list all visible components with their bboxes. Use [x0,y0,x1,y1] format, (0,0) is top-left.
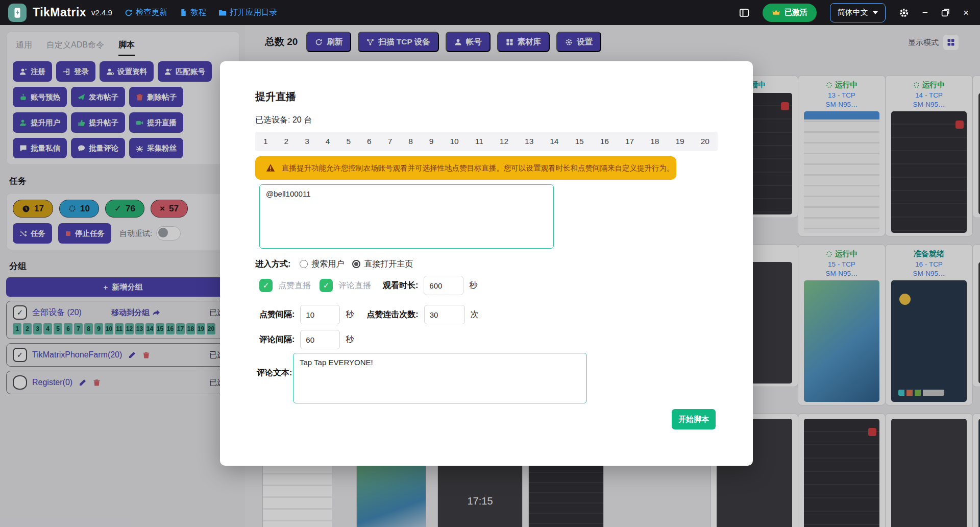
settings-gear-icon[interactable] [899,8,909,18]
boost-live-modal: 提升直播 已选设备: 20 台 123456789101112131415161… [220,61,753,466]
modal-title: 提升直播 [255,90,296,104]
like-interval-label: 点赞间隔: [259,309,295,320]
entry-mode-row: 进入方式: 搜索用户 直接打开主页 [255,258,413,270]
like-live-checkbox[interactable]: ✓ [259,279,273,292]
activated-badge[interactable]: 已激活 [763,4,817,22]
like-comment-row: ✓ 点赞直播 ✓ 评论直播 观看时长: 秒 [259,276,477,295]
device-number[interactable]: 1 [263,137,268,146]
activated-label: 已激活 [785,8,807,17]
comment-text-textarea[interactable]: Tap Tap EVERYONE! [293,353,587,403]
watch-duration-input[interactable] [424,276,463,295]
app-name: TikMatrix [33,6,86,19]
open-app-dir-link[interactable]: 打开应用目录 [218,7,277,18]
tutorial-link[interactable]: 教程 [180,7,206,18]
like-combo-unit: 次 [471,309,479,320]
crown-icon [772,9,780,16]
language-select[interactable]: 简体中文 [830,3,886,22]
chevron-down-icon [873,11,878,14]
minimize-button[interactable]: − [922,8,928,17]
warning-icon [265,163,276,173]
device-number-strip: 1234567891011121314151617181920 [255,132,718,151]
device-number[interactable]: 20 [701,137,709,146]
comment-interval-unit: 秒 [346,334,354,345]
device-number[interactable]: 2 [284,137,289,146]
device-number[interactable]: 18 [650,137,659,146]
comment-interval-row: 评论间隔: 秒 [259,330,354,349]
folder-icon [218,9,227,17]
comment-live-checkbox[interactable]: ✓ [320,279,333,292]
entry-mode-label: 进入方式: [255,259,290,270]
close-button[interactable]: × [963,8,969,17]
titlebar: TikMatrix v2.4.9 检查更新 教程 打开应用目录 已激活 简体中文… [0,0,980,25]
app-version: v2.4.9 [91,8,112,17]
warning-text: 直播提升功能允许您控制农场账号观看并可选择性地点赞目标直播。您可以设置观看时长和… [282,163,674,173]
device-number[interactable]: 8 [408,137,413,146]
check-update-label: 检查更新 [136,7,167,18]
comment-live-label: 评论直播 [338,280,371,291]
radio-search-user[interactable] [300,260,308,268]
target-user-textarea[interactable]: @bell100011 [259,184,554,249]
device-number[interactable]: 9 [429,137,434,146]
like-combo-label: 点赞连击次数: [366,309,418,320]
like-interval-input[interactable] [300,305,340,324]
app-logo-icon [8,4,27,22]
tutorial-label: 教程 [190,7,206,18]
language-label: 简体中文 [838,8,868,17]
device-number[interactable]: 19 [675,137,684,146]
comment-interval-input[interactable] [300,330,340,349]
like-combo-input[interactable] [424,305,465,324]
watch-duration-label: 观看时长: [383,280,418,291]
radio-search-user-label: 搜索用户 [311,259,344,270]
device-number[interactable]: 15 [575,137,583,146]
refresh-icon [125,9,133,17]
device-number[interactable]: 16 [600,137,609,146]
like-interval-row: 点赞间隔: 秒 点赞连击次数: 次 [259,305,479,324]
start-script-button[interactable]: 开始脚本 [672,409,716,429]
device-number[interactable]: 10 [450,137,458,146]
comment-text-label: 评论文本: [257,368,292,378]
device-number[interactable]: 3 [305,137,309,146]
device-number[interactable]: 4 [326,137,330,146]
radio-open-profile-label: 直接打开主页 [364,259,413,270]
device-number[interactable]: 6 [367,137,372,146]
device-number[interactable]: 13 [525,137,533,146]
device-number[interactable]: 14 [550,137,558,146]
device-number[interactable]: 5 [346,137,351,146]
selected-devices-label: 已选设备: 20 台 [255,115,312,126]
device-number[interactable]: 11 [475,137,483,146]
device-number[interactable]: 12 [500,137,508,146]
document-icon [180,9,187,16]
comment-interval-label: 评论间隔: [259,334,295,345]
maximize-button[interactable] [941,8,950,17]
sidebar-toggle-icon[interactable] [739,8,749,18]
open-app-dir-label: 打开应用目录 [230,7,277,18]
like-interval-unit: 秒 [346,309,354,320]
like-live-label: 点赞直播 [278,280,311,291]
warning-banner: 直播提升功能允许您控制农场账号观看并可选择性地点赞目标直播。您可以设置观看时长和… [255,156,676,180]
check-update-link[interactable]: 检查更新 [125,7,167,18]
device-number[interactable]: 17 [625,137,634,146]
radio-open-profile[interactable] [352,260,360,268]
device-number[interactable]: 7 [388,137,393,146]
watch-duration-unit: 秒 [469,280,477,291]
